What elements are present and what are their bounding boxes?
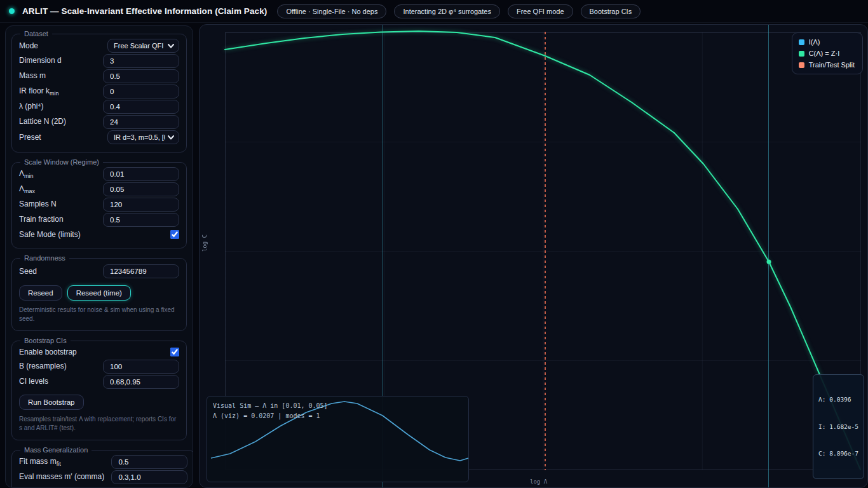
legend-item-i-lambda: I(Λ) (799, 38, 855, 46)
chevron-down-icon (168, 44, 174, 48)
y-axis-label: log C (201, 234, 208, 252)
dimension-d-input[interactable] (103, 54, 179, 68)
ir-floor-input[interactable] (103, 85, 179, 98)
dimension-d-label: Dimension d (19, 56, 62, 66)
enable-bootstrap-checkbox[interactable] (170, 348, 179, 356)
seed-input[interactable] (103, 264, 179, 278)
safe-mode-checkbox[interactable] (170, 230, 179, 239)
section-randomness: Randomness Seed Reseed Reseed (time) Det… (11, 254, 187, 331)
reseed-button[interactable]: Reseed (19, 285, 62, 301)
fit-mass-label: Fit mass mfit (19, 457, 61, 467)
section-dataset: Dataset Mode Free Scalar QFI (Int Dimens… (11, 30, 187, 152)
preset-select-value: IR d=3, m=0.5, [0.0 (114, 133, 165, 141)
legend-swatch-salmon (799, 62, 804, 68)
seed-label: Seed (19, 267, 37, 276)
mass-m-input[interactable] (103, 69, 179, 83)
legend-item-c-lambda: C(Λ) = Z·I (799, 50, 855, 57)
ci-levels-input[interactable] (103, 375, 179, 389)
legend-label: C(Λ) = Z·I (809, 50, 840, 57)
mass-m-label: Mass m (19, 71, 46, 81)
section-randomness-legend: Randomness (20, 254, 69, 262)
lattice-n-input[interactable] (103, 115, 179, 129)
train-test-split-line (545, 32, 546, 470)
mode-select[interactable]: Free Scalar QFI (Int (107, 39, 179, 53)
run-bootstrap-button[interactable]: Run Bootstrap (19, 395, 84, 410)
train-fraction-label: Train fraction (19, 215, 64, 225)
legend-item-split: Train/Test Split (799, 61, 855, 69)
section-mass-generalization: Mass Generalization Fit mass mfit Eval m… (11, 446, 193, 488)
tooltip-i: I: 1.682e-5 (818, 423, 858, 431)
b-resamples-label: B (resamples) (19, 362, 67, 372)
hover-crosshair-line (768, 25, 769, 488)
lambda-phi4-input[interactable] (103, 100, 179, 114)
mode-label: Mode (19, 41, 38, 50)
preset-label: Preset (19, 133, 41, 142)
train-fraction-input[interactable] (103, 213, 179, 227)
legend-label: I(Λ) (809, 38, 820, 46)
lattice-n-label: Lattice N (2D) (19, 117, 66, 127)
section-scale-window-legend: Scale Window (Regime) (20, 158, 103, 166)
badge-offline: Offline · Single-File · No deps (277, 4, 386, 18)
badge-qfi-mode: Free QFI mode (508, 4, 573, 18)
legend-swatch-blue (799, 39, 804, 45)
chevron-down-icon (168, 135, 174, 140)
inset-title: Visual Sim — Λ in [0.01, 0.05]Λ (viz) = … (213, 401, 328, 421)
b-resamples-input[interactable] (103, 360, 179, 374)
randomness-note: Deterministic results for noise & sim wh… (19, 306, 179, 323)
lambda-min-input[interactable] (103, 167, 179, 181)
hover-tooltip: Λ: 0.0396 I: 1.682e-5 C: 8.896e-7 (813, 374, 864, 479)
legend-label: Train/Test Split (809, 61, 855, 69)
chart-legend: I(Λ) C(Λ) = Z·I Train/Test Split (792, 32, 863, 74)
lambda-max-input[interactable] (103, 182, 179, 196)
section-scale-window: Scale Window (Regime) Λmin Λmax Samples … (11, 158, 187, 248)
safe-mode-label: Safe Mode (limits) (19, 230, 81, 239)
section-bootstrap: Bootstrap CIs Enable bootstrap B (resamp… (11, 337, 187, 440)
lambda-min-label: Λmin (19, 169, 34, 179)
section-mass-generalization-legend: Mass Generalization (20, 446, 92, 454)
badge-surrogates: Interacting 2D φ⁴ surrogates (394, 4, 499, 18)
samples-n-input[interactable] (103, 198, 179, 212)
eval-masses-label: Eval masses m′ (comma) (19, 472, 104, 482)
status-dot-icon (9, 8, 15, 14)
lambda-max-label: Λmax (19, 184, 35, 194)
chart-card: I(Λ) C(Λ) = Z·I Train/Test Split log C l… (199, 24, 868, 488)
section-bootstrap-legend: Bootstrap CIs (20, 337, 71, 344)
sidebar: Dataset Mode Free Scalar QFI (Int Dimens… (5, 25, 193, 488)
enable-bootstrap-label: Enable bootstrap (19, 348, 77, 356)
tooltip-c: C: 8.896e-7 (818, 449, 858, 458)
eval-masses-input[interactable] (111, 470, 187, 484)
ci-levels-label: CI levels (19, 377, 48, 387)
visual-sim-inset: Visual Sim — Λ in [0.01, 0.05]Λ (viz) = … (207, 396, 469, 482)
preset-select[interactable]: IR d=3, m=0.5, [0.0 (107, 130, 179, 144)
section-dataset-legend: Dataset (20, 30, 52, 37)
reseed-time-button[interactable]: Reseed (time) (67, 285, 131, 301)
legend-swatch-green (799, 51, 804, 57)
ir-floor-label: IR floor kmin (19, 86, 59, 97)
lambda-phi4-label: λ (phi⁴) (19, 102, 44, 112)
app-header: ARLIT — Scale-Invariant Effective Inform… (0, 0, 868, 23)
x-axis-label: log Λ (530, 478, 547, 485)
fit-mass-input[interactable] (111, 455, 187, 469)
tooltip-lambda: Λ: 0.0396 (818, 395, 858, 404)
badge-bootstrap: Bootstrap CIs (581, 4, 641, 18)
app-title: ARLIT — Scale-Invariant Effective Inform… (22, 6, 267, 16)
bootstrap-note: Resamples train/test Λ with replacement;… (19, 415, 179, 433)
samples-n-label: Samples N (19, 200, 57, 210)
mode-select-value: Free Scalar QFI (Int (114, 42, 165, 50)
